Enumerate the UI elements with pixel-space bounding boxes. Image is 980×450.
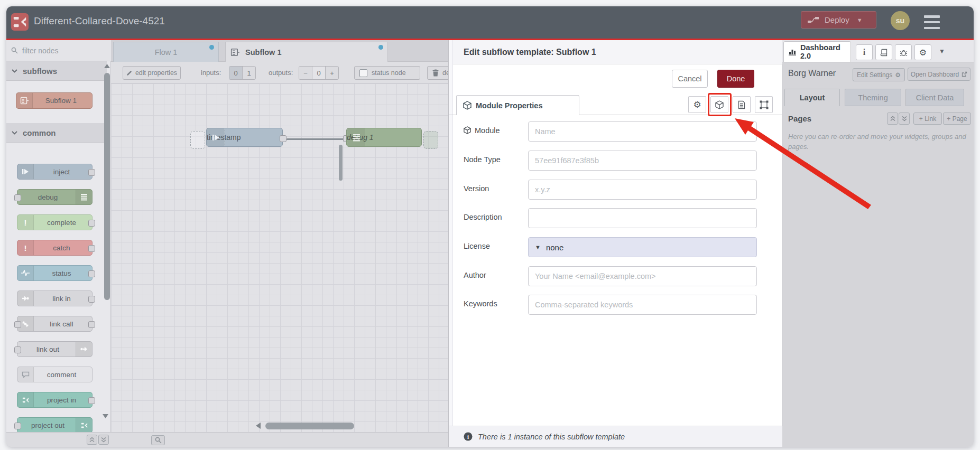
outputs-plus-button[interactable]: +: [325, 67, 338, 79]
sidebar-tab-bar: Dashboard 2.0 i ⚙ ▼: [782, 40, 974, 62]
main-menu-icon[interactable]: [924, 15, 940, 29]
palette-node-status[interactable]: status: [17, 265, 93, 281]
wire[interactable]: [286, 138, 348, 140]
workspace-title: Different-Collared-Dove-4521: [34, 15, 165, 27]
done-button[interactable]: Done: [717, 70, 754, 88]
exclamation-icon: !: [17, 215, 34, 230]
info-tab-button[interactable]: i: [856, 44, 873, 60]
scroll-left-icon[interactable]: [255, 422, 261, 429]
expand-pages-button[interactable]: [899, 112, 910, 125]
module-input[interactable]: [528, 121, 757, 142]
palette-category-subflows[interactable]: subflows: [6, 61, 107, 81]
subflow-output-ghost-port[interactable]: [423, 131, 438, 149]
license-select[interactable]: ▼ none: [528, 237, 757, 257]
node-type-input[interactable]: [528, 151, 757, 171]
palette-node-complete[interactable]: ! complete: [17, 214, 93, 230]
open-dashboard-button[interactable]: Open Dashboard: [908, 68, 970, 81]
tray-resize-handle[interactable]: [449, 40, 453, 426]
version-input[interactable]: [528, 180, 757, 200]
expand-all-button[interactable]: [98, 435, 109, 445]
tab-layout[interactable]: Layout: [784, 89, 840, 106]
palette-search-placeholder: filter nodes: [22, 46, 58, 55]
unsaved-changes-dot: [209, 45, 214, 50]
outputs-stepper[interactable]: − 0 +: [299, 66, 339, 80]
palette-search[interactable]: filter nodes: [6, 40, 111, 61]
tab-client-data[interactable]: Client Data: [905, 89, 964, 106]
palette-node-project-out[interactable]: project out: [17, 417, 93, 433]
bug-icon: [900, 49, 908, 57]
tray-footer: i There is 1 instance of this subflow te…: [449, 426, 782, 447]
palette-node-catch[interactable]: ! catch: [17, 240, 93, 256]
zoom-search-button[interactable]: [151, 435, 165, 445]
subflow-toolbar: edit properties inputs: 0 1 outputs: − 0…: [111, 62, 448, 83]
palette-node-link-out[interactable]: link out: [17, 341, 93, 357]
config-tab-button[interactable]: ⚙: [914, 44, 931, 60]
palette-scroll-up-icon[interactable]: [104, 63, 110, 69]
collapse-all-button[interactable]: [87, 435, 97, 445]
palette-node-link-in[interactable]: link in: [17, 290, 93, 306]
node-port: [88, 220, 95, 227]
tab-flow-1[interactable]: Flow 1: [113, 42, 219, 62]
outputs-value: 0: [312, 67, 325, 79]
palette-node-inject[interactable]: inject: [17, 164, 93, 180]
palette-node-project-in[interactable]: project in: [17, 392, 93, 408]
appearance-tab-button[interactable]: [755, 96, 773, 113]
node-port: [14, 194, 21, 201]
workspace-tab-bar: Flow 1 Subflow 1: [111, 40, 448, 62]
gear-icon: ⚙: [895, 71, 901, 79]
inputs-toggle[interactable]: 0 1: [229, 66, 256, 80]
license-label: License: [464, 242, 490, 250]
sidebar-menu-caret-icon[interactable]: ▼: [939, 48, 945, 55]
tab-module-properties[interactable]: Module Properties: [456, 95, 579, 115]
keywords-input[interactable]: [528, 295, 757, 315]
tab-dashboard-2[interactable]: Dashboard 2.0: [783, 41, 851, 62]
avatar[interactable]: su: [891, 11, 910, 30]
flow-canvas[interactable]: timestamp debug 1: [111, 83, 448, 432]
collapse-pages-button[interactable]: [887, 112, 898, 125]
debug-tab-button[interactable]: [895, 44, 912, 60]
version-label: Version: [464, 184, 489, 193]
horizontal-scrollbar[interactable]: [265, 423, 354, 429]
tab-theming[interactable]: Theming: [845, 89, 901, 106]
inputs-0-button[interactable]: 0: [229, 67, 242, 79]
vertical-scrollbar[interactable]: [339, 145, 343, 181]
palette-node-comment[interactable]: comment: [17, 367, 93, 382]
form-row-description: Description: [449, 208, 782, 228]
add-page-button[interactable]: + Page: [943, 112, 971, 125]
palette-scroll-down-icon[interactable]: [102, 414, 109, 419]
tab-subflow-1[interactable]: Subflow 1: [225, 42, 388, 62]
checkbox-icon: [359, 69, 367, 77]
node-port: [88, 245, 95, 252]
palette-node-debug[interactable]: debug: [17, 189, 93, 205]
caret-down-icon: ▼: [535, 244, 541, 250]
palette-node-subflow-1[interactable]: Subflow 1: [16, 92, 93, 109]
description-input[interactable]: [528, 208, 757, 228]
help-tab-button[interactable]: [875, 44, 892, 60]
palette-category-common[interactable]: common: [6, 123, 107, 143]
canvas-node-timestamp[interactable]: timestamp: [206, 128, 283, 147]
add-link-button[interactable]: + Link: [913, 112, 942, 125]
subflow-input-ghost-port[interactable]: [190, 131, 205, 149]
keywords-label: Keywords: [464, 299, 497, 308]
palette-node-link-call[interactable]: link call: [17, 316, 93, 332]
edit-properties-button[interactable]: edit properties: [123, 66, 181, 80]
node-output-port[interactable]: [280, 135, 286, 142]
status-node-toggle[interactable]: status node: [354, 66, 420, 80]
author-input[interactable]: [528, 266, 757, 286]
cube-icon: [463, 101, 471, 110]
deploy-caret-icon[interactable]: ▼: [857, 17, 863, 23]
cancel-button[interactable]: Cancel: [672, 70, 708, 88]
link-out-icon: [76, 342, 92, 357]
bar-chart-icon: [789, 48, 797, 55]
project-out-icon: [76, 418, 92, 433]
inputs-1-button[interactable]: 1: [242, 67, 255, 79]
form-row-keywords: Keywords: [449, 295, 782, 315]
deploy-button[interactable]: Deploy ▼: [801, 11, 876, 29]
edit-properties-tab-button[interactable]: ⚙: [688, 96, 706, 113]
description-tab-button[interactable]: [733, 96, 751, 113]
edit-settings-button[interactable]: Edit Settings ⚙: [853, 68, 905, 81]
cube-icon: [464, 126, 471, 135]
canvas-node-debug-1[interactable]: debug 1: [346, 128, 422, 147]
palette-scrollbar[interactable]: [104, 73, 110, 300]
outputs-minus-button[interactable]: −: [299, 67, 312, 79]
